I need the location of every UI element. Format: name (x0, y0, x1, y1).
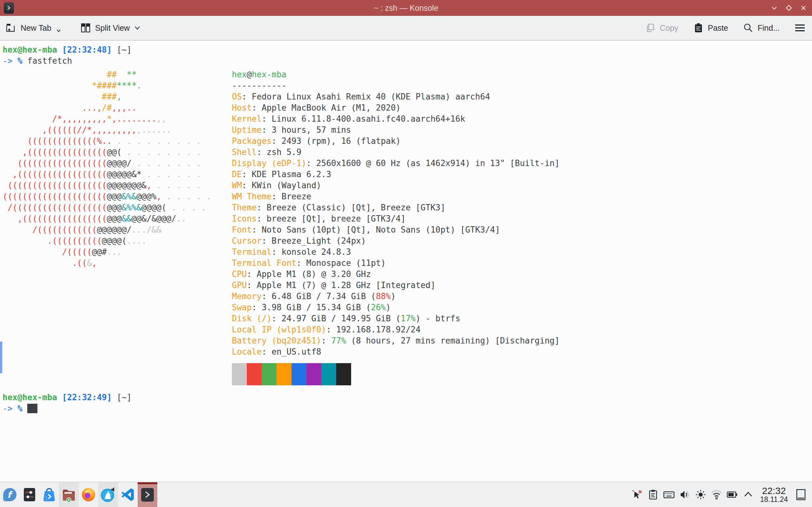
copy-button[interactable]: Copy (645, 22, 678, 33)
fedora-launcher-icon: f (3, 487, 17, 502)
ascii-art-line: /*,,,,,,,,,*,........,, (3, 113, 211, 124)
fastfetch-info-lines: hex@hex-mba-----------OS: Fedora Linux A… (232, 69, 560, 357)
palette-swatch (232, 363, 247, 385)
minimize-button[interactable] (771, 4, 778, 11)
ascii-art-line: /(((((@@#... (3, 246, 211, 258)
taskbar-system-settings[interactable] (20, 482, 39, 507)
palette-swatch (321, 363, 336, 385)
ascii-art-line: ###, (3, 91, 211, 102)
window-titlebar[interactable]: ~ : zsh — Konsole (0, 0, 812, 16)
taskbar-dolphin[interactable] (59, 482, 79, 507)
audio-wolf-app-icon (100, 487, 116, 502)
fastfetch-info-line: Locale: en_US.utf8 (232, 346, 560, 357)
fastfetch-info-line: CPU: Apple M1 (8) @ 3.20 GHz (232, 269, 560, 280)
hamburger-menu-icon (794, 23, 806, 33)
fastfetch-info-line: WM Theme: Breeze (232, 191, 560, 202)
fastfetch-info-line: Display (eDP-1): 2560x1600 @ 60 Hz (as 1… (232, 158, 560, 169)
close-button[interactable] (800, 4, 807, 11)
prompt-line: hex@hex-mba [22:32:49] [~] (3, 392, 132, 403)
find-button[interactable]: Find... (743, 22, 780, 33)
paste-label: Paste (708, 23, 728, 33)
maximize-button[interactable] (785, 4, 792, 11)
ascii-art-line: ## ** (3, 69, 211, 80)
palette-swatch (276, 363, 292, 385)
expand-tray-button[interactable] (742, 489, 754, 501)
fastfetch-ascii-logo: ## ** *####****. ###, ...,/#,,,.. /*,,,,… (3, 69, 211, 269)
prompt-line: -> % (3, 403, 132, 414)
touchpad-status[interactable] (631, 489, 643, 501)
digital-clock[interactable]: 22:32 18.11.24 (760, 486, 788, 504)
clock-time: 22:32 (762, 486, 786, 496)
taskbar-vscode[interactable] (118, 482, 138, 507)
konsole-icon (140, 487, 155, 502)
palette-swatch (336, 363, 351, 385)
palette-swatch (292, 363, 306, 385)
battery-icon (726, 489, 739, 500)
vscode-icon (120, 487, 135, 502)
battery-status[interactable] (726, 489, 739, 501)
minimize-icon (771, 4, 778, 11)
ascii-art-line: ((((((((((((((((((((@@@@@@@&, . . . . . (3, 180, 211, 191)
palette-swatch (247, 363, 262, 385)
volume-control[interactable] (679, 489, 691, 501)
split-view-button[interactable]: Split View (80, 22, 141, 33)
fastfetch-info-line: Disk (/): 24.97 GiB / 149.95 GiB (17%) -… (232, 313, 560, 324)
palette-swatch (262, 363, 276, 385)
terminal-viewport[interactable]: hex@hex-mba [22:32:48] [~]-> % fastfetch… (0, 41, 812, 482)
fastfetch-info-line: ----------- (232, 80, 560, 91)
taskbar-audio-wolf-app[interactable] (98, 482, 118, 507)
virtual-keyboard[interactable] (663, 489, 675, 501)
fastfetch-info-line: OS: Fedora Linux Asahi Remix 40 (KDE Pla… (232, 91, 560, 102)
ascii-art-line: /(((((((((((((((((((@@@&%%&@@@@( . . . . (3, 202, 211, 213)
system-tray: 22:32 18.11.24 (631, 482, 812, 507)
fastfetch-info-line: DE: KDE Plasma 6.2.3 (232, 169, 560, 180)
fastfetch-info-line: Shell: zsh 5.9 (232, 147, 560, 158)
brightness-control[interactable] (695, 489, 707, 501)
taskbar-konsole[interactable] (138, 482, 157, 507)
fastfetch-info-line: Host: Apple MacBook Air (M1, 2020) (232, 102, 560, 113)
firefox-icon (81, 487, 96, 502)
ascii-art-line: *####****. (3, 80, 211, 91)
prompt-line: -> % fastfetch (3, 55, 132, 66)
menu-button[interactable] (794, 23, 806, 33)
fastfetch-info-line: Cursor: Breeze_Light (24px) (232, 235, 560, 246)
app-launcher-fedora[interactable]: f (0, 482, 20, 507)
chevron-down-icon (134, 25, 141, 31)
brightness-icon (695, 489, 706, 500)
new-tab-button[interactable]: New Tab (6, 22, 61, 33)
show-desktop-button[interactable] (795, 489, 807, 501)
touchpad-disabled-icon (631, 489, 643, 500)
fastfetch-info-panel: hex@hex-mba-----------OS: Fedora Linux A… (232, 69, 560, 385)
ascii-art-line: /((((((((((((@@@@@@/.../&& (3, 224, 211, 235)
ascii-art-line: .((&, (3, 258, 211, 269)
network-status[interactable] (711, 489, 722, 501)
fastfetch-info-line: Packages: 2493 (rpm), 16 (flatpak) (232, 135, 560, 147)
plasma-panel: f (0, 482, 812, 507)
paste-button[interactable]: Paste (693, 22, 728, 33)
ascii-art-line: ,(((((((((((((((((@@@&&@@&/&@@@/.. (3, 213, 211, 224)
taskbar-firefox[interactable] (79, 482, 98, 507)
system-settings-icon (23, 487, 36, 502)
discover-store-icon (42, 487, 56, 502)
taskbar-discover[interactable] (39, 482, 59, 507)
fastfetch-info-line: Uptime: 3 hours, 57 mins (232, 124, 560, 135)
find-label: Find... (758, 23, 780, 33)
ascii-art-line: .((((((((((@@@@(.... (3, 235, 211, 246)
fastfetch-info-line: Font: Noto Sans (10pt) [Qt], Noto Sans (… (232, 224, 560, 235)
split-view-icon (80, 22, 91, 33)
shell-prompt-2: hex@hex-mba [22:32:49] [~]-> % (3, 392, 132, 414)
ascii-art-line: ...,/#,,,.. (3, 102, 211, 113)
ascii-art-line: ((((((((((((((%.. . . . . . . . . . (3, 135, 211, 147)
split-view-label: Split View (95, 23, 130, 33)
fastfetch-info-line: Kernel: Linux 6.11.8-400.asahi.fc40.aarc… (232, 113, 560, 124)
fastfetch-info-line: Icons: breeze [Qt], breeze [GTK3/4] (232, 213, 560, 224)
chevron-down-icon (56, 29, 61, 33)
fastfetch-info-line: Memory: 6.48 GiB / 7.34 GiB (88%) (232, 291, 560, 302)
scroll-position-indicator[interactable] (0, 342, 2, 373)
prompt-line: hex@hex-mba [22:32:48] [~] (3, 44, 132, 55)
dolphin-file-manager-icon (61, 487, 77, 502)
clipboard-tray[interactable] (647, 489, 659, 501)
window-title: ~ : zsh — Konsole (0, 0, 812, 16)
clock-date: 18.11.24 (760, 496, 788, 504)
ascii-art-line: ,((((((((((((((((((@@@@@&* . . . . . . (3, 169, 211, 180)
